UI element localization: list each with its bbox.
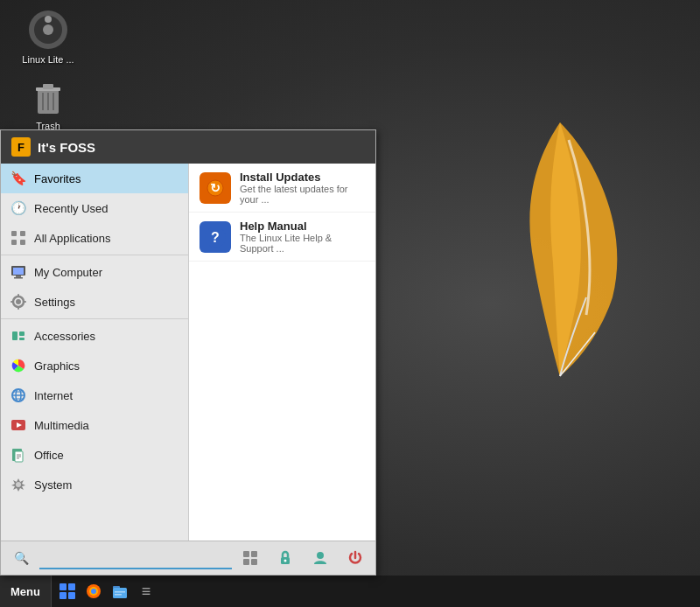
svg-rect-56: [68, 592, 75, 599]
svg-text:?: ?: [211, 230, 220, 245]
taskbar-grid-icon[interactable]: [57, 581, 78, 602]
menu-header: F It's FOSS: [1, 130, 375, 164]
footer-action-icons: [237, 545, 368, 571]
sidebar-divider-1: [1, 255, 188, 255]
internet-icon: [10, 387, 27, 404]
install-updates-icon: ↻: [200, 172, 231, 204]
taskbar-firefox-icon[interactable]: [83, 581, 104, 602]
power-icon[interactable]: [342, 545, 368, 571]
taskbar-extra-icon[interactable]: ≡: [136, 581, 157, 602]
sidebar-item-internet[interactable]: Internet: [1, 380, 188, 410]
settings-label: Settings: [34, 296, 75, 309]
sidebar-item-settings[interactable]: Settings: [1, 287, 188, 317]
svg-rect-47: [251, 551, 257, 557]
graphics-icon: [10, 357, 27, 374]
help-manual-text: Help Manual The Linux Lite Help & Suppor…: [240, 220, 365, 254]
favorites-icon: 🔖: [10, 170, 27, 187]
internet-label: Internet: [34, 389, 73, 402]
svg-rect-16: [16, 276, 21, 277]
grid-view-icon[interactable]: [237, 545, 263, 571]
svg-point-52: [317, 552, 324, 559]
sidebar-item-favorites[interactable]: 🔖 Favorites: [1, 164, 188, 193]
svg-rect-13: [20, 240, 25, 245]
graphics-label: Graphics: [34, 359, 80, 373]
app-menu: F It's FOSS 🔖 Favorites 🕐 Recently Used: [0, 129, 376, 576]
user-icon[interactable]: [307, 545, 333, 571]
taskbar-files-icon[interactable]: [109, 581, 130, 602]
content-item-help-manual[interactable]: ? Help Manual The Linux Lite Help & Supp…: [189, 213, 375, 262]
sidebar-divider-2: [1, 318, 188, 319]
svg-rect-63: [115, 594, 122, 596]
multimedia-label: Multimedia: [34, 419, 89, 432]
all-apps-label: All Applications: [34, 232, 110, 245]
svg-rect-11: [20, 231, 25, 236]
svg-rect-12: [11, 240, 17, 245]
sidebar-item-multimedia[interactable]: Multimedia: [1, 410, 188, 440]
multimedia-icon: [10, 416, 27, 434]
office-icon: [10, 446, 27, 464]
system-icon: [10, 476, 27, 493]
svg-point-18: [16, 299, 21, 304]
sidebar-item-all-applications[interactable]: All Applications: [1, 223, 188, 253]
svg-rect-46: [243, 551, 249, 557]
linux-lite-label: Linux Lite ...: [22, 54, 74, 65]
install-updates-title: Install Updates: [240, 171, 365, 184]
svg-rect-53: [60, 583, 66, 590]
svg-rect-61: [113, 588, 127, 598]
svg-rect-20: [18, 294, 19, 297]
sidebar-item-accessories[interactable]: Accessories: [1, 321, 188, 351]
settings-icon: [10, 293, 27, 310]
svg-rect-10: [11, 231, 17, 236]
desktop: Linux Lite ... Trash F It's FOSS: [0, 0, 700, 607]
desktop-icon-trash[interactable]: Trash: [13, 75, 83, 131]
svg-rect-25: [19, 331, 24, 336]
trash-icon: [27, 75, 69, 117]
svg-rect-23: [23, 301, 26, 303]
svg-rect-24: [12, 331, 18, 340]
svg-rect-26: [19, 338, 24, 340]
svg-point-3: [45, 16, 52, 23]
taskbar: Menu: [0, 576, 700, 607]
system-label: System: [34, 478, 72, 492]
menu-header-title: It's FOSS: [38, 140, 95, 155]
menu-sidebar: 🔖 Favorites 🕐 Recently Used: [1, 164, 189, 541]
help-manual-desc: The Linux Lite Help & Support ...: [240, 233, 365, 254]
search-input[interactable]: [39, 548, 232, 569]
svg-rect-6: [43, 84, 53, 89]
accessories-label: Accessories: [34, 330, 95, 343]
recently-used-label: Recently Used: [34, 202, 108, 215]
linux-lite-icon: [27, 9, 69, 51]
svg-point-40: [16, 482, 21, 487]
desktop-icon-linux-lite[interactable]: Linux Lite ...: [13, 9, 83, 65]
search-icon: 🔍: [8, 545, 34, 571]
feather-decoration: [472, 105, 648, 385]
sidebar-item-my-computer[interactable]: My Computer: [1, 257, 188, 287]
taskbar-icons: ≡: [52, 581, 162, 602]
svg-rect-17: [14, 277, 23, 279]
sidebar-item-office[interactable]: Office: [1, 440, 188, 470]
help-manual-icon: ?: [200, 221, 231, 253]
svg-rect-49: [251, 559, 257, 565]
menu-body: 🔖 Favorites 🕐 Recently Used: [1, 164, 375, 541]
content-item-install-updates[interactable]: ↻ Install Updates Get the latest updates…: [189, 164, 375, 213]
svg-text:↻: ↻: [210, 181, 220, 195]
all-apps-icon: [10, 229, 27, 247]
sidebar-item-graphics[interactable]: Graphics: [1, 351, 188, 380]
menu-header-icon: F: [11, 137, 31, 157]
favorites-label: Favorites: [34, 172, 80, 185]
my-computer-label: My Computer: [34, 266, 102, 279]
sidebar-item-recently-used[interactable]: 🕐 Recently Used: [1, 193, 188, 223]
menu-label: Menu: [10, 585, 40, 598]
help-manual-title: Help Manual: [240, 220, 365, 233]
lock-icon[interactable]: [272, 545, 298, 571]
svg-rect-21: [18, 306, 19, 310]
svg-point-59: [91, 589, 96, 594]
accessories-icon: [10, 327, 27, 345]
svg-rect-62: [115, 591, 125, 593]
svg-point-51: [284, 560, 287, 562]
install-updates-desc: Get the latest updates for your ...: [240, 184, 365, 205]
recently-used-icon: 🕐: [10, 199, 27, 217]
sidebar-item-system[interactable]: System: [1, 470, 188, 499]
menu-button[interactable]: Menu: [0, 576, 52, 607]
svg-rect-15: [13, 268, 24, 275]
